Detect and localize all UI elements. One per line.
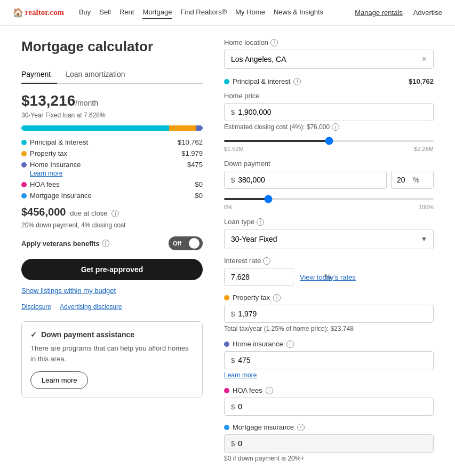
hoa-input[interactable] (238, 402, 427, 411)
info-icon-closing[interactable]: i (332, 123, 339, 131)
dot-principal-right (224, 79, 229, 84)
nav-links: Buy Sell Rent Mortgage Find Realtors® My… (79, 6, 355, 19)
down-payment-pct-input[interactable] (397, 176, 412, 184)
home-price-slider[interactable] (224, 140, 434, 142)
dp-slider-labels: 0% 100% (224, 204, 434, 210)
dot-mortgage-ins (21, 193, 27, 199)
veterans-row: Apply veterans benefits i Off (21, 236, 203, 250)
navigation: 🏠 realtor.com Buy Sell Rent Mortgage Fin… (0, 0, 455, 26)
insurance-prefix: $ (231, 356, 235, 364)
logo-house-icon: 🏠 (13, 7, 23, 18)
breakdown-insurance: Home Insurance $475 (21, 161, 203, 169)
info-icon-mortgage-ins[interactable]: i (297, 424, 305, 431)
breakdown-hoa: HOA fees $0 (21, 180, 203, 188)
nav-advertise[interactable]: Advertise (413, 9, 442, 17)
mortgage-ins-prefix: $ (231, 440, 235, 448)
dot-principal (21, 140, 27, 145)
down-payment-amount-wrapper[interactable]: $ (224, 171, 387, 189)
property-tax-input[interactable] (238, 310, 427, 318)
info-icon-veterans[interactable]: i (102, 240, 109, 247)
mortgage-insurance-note: $0 if down payment is 20%+ (224, 455, 434, 462)
home-location-section: Home location i × (224, 38, 434, 69)
nav-sell[interactable]: Sell (99, 6, 111, 19)
nav-news[interactable]: News & Insights (274, 6, 323, 19)
veterans-label: Apply veterans benefits (21, 240, 100, 248)
loan-type-select[interactable]: 30-Year Fixed 15-Year Fixed 5/1 ARM 7/1 … (224, 229, 434, 249)
principal-interest-value: $10,762 (409, 77, 434, 85)
hoa-section: HOA fees i $ (224, 386, 434, 416)
right-panel: Home location i × Principal & interest i… (224, 38, 434, 466)
home-insurance-learn-more-link[interactable]: Learn more (224, 371, 434, 379)
home-insurance-input-wrapper[interactable]: $ (224, 351, 434, 369)
learn-more-link[interactable]: Learn more (30, 170, 203, 177)
home-location-input-wrapper[interactable]: × (224, 50, 434, 69)
hoa-label: HOA fees (233, 386, 262, 394)
mortgage-insurance-input-wrapper[interactable]: $ (224, 434, 434, 453)
veterans-toggle[interactable]: Off (169, 236, 203, 250)
toggle-knob (189, 238, 199, 249)
home-price-input[interactable] (238, 108, 427, 116)
per-month-label: /month (75, 99, 98, 107)
info-icon-rate[interactable]: i (263, 257, 270, 265)
tab-payment[interactable]: Payment (21, 66, 57, 84)
mortgage-insurance-label: Mortgage insurance (233, 423, 294, 431)
breakdown-insurance-label: Home Insurance (21, 161, 81, 169)
nav-rent[interactable]: Rent (119, 6, 134, 19)
down-payment-inputs: $ % (224, 171, 434, 189)
dp-slider-container (224, 193, 434, 202)
nav-my-home[interactable]: My Home (235, 6, 265, 19)
info-icon-due[interactable]: i (111, 210, 119, 217)
dpa-learn-more-button[interactable]: Learn more (30, 371, 88, 389)
nav-mortgage[interactable]: Mortgage (142, 6, 172, 19)
breakdown-principal: Principal & Interest $10,762 (21, 138, 203, 146)
hoa-input-wrapper[interactable]: $ (224, 398, 434, 416)
home-price-prefix: $ (231, 108, 235, 116)
down-payment-pct-wrapper[interactable]: % (391, 171, 434, 189)
toggle-text: Off (173, 240, 181, 247)
mortgage-insurance-input[interactable] (238, 439, 427, 448)
breakdown-mortgage-ins: Mortgage Insurance $0 (21, 192, 203, 200)
dp-slider[interactable] (224, 198, 434, 200)
due-close-section: $456,000 due at close i (21, 206, 203, 218)
dot-insurance-right (224, 342, 229, 347)
main-layout: Mortgage calculator Payment Loan amortiz… (0, 26, 455, 476)
dot-tax (21, 151, 27, 156)
dot-tax-right (224, 295, 229, 300)
show-listings-link[interactable]: Show listings within my budget (21, 287, 203, 295)
dpa-card: ✓ Down payment assistance There are prog… (21, 321, 203, 398)
info-icon-hoa[interactable]: i (266, 387, 273, 394)
logo[interactable]: 🏠 realtor.com (13, 7, 64, 18)
home-price-input-wrapper[interactable]: $ (224, 103, 434, 121)
breakdown-mortgage-ins-label: Mortgage Insurance (21, 192, 92, 200)
info-icon-loan[interactable]: i (257, 218, 264, 226)
tab-loan-amortization[interactable]: Loan amortization (66, 66, 131, 83)
nav-right-links: Manage rentals Advertise (355, 9, 442, 17)
principal-interest-row: Principal & interest i $10,762 (224, 77, 434, 85)
property-tax-input-wrapper[interactable]: $ (224, 305, 434, 323)
info-icon-location[interactable]: i (270, 39, 278, 46)
nav-find-realtors[interactable]: Find Realtors® (180, 6, 227, 19)
nav-manage-rentals[interactable]: Manage rentals (355, 9, 403, 17)
info-icon-tax[interactable]: i (273, 294, 281, 302)
nav-buy[interactable]: Buy (79, 6, 91, 19)
progress-bar (21, 125, 203, 131)
view-rates-link[interactable]: View today's rates (300, 273, 356, 281)
monthly-payment-display: $13,216/month (21, 92, 203, 109)
info-icon-principal[interactable]: i (293, 78, 301, 85)
tabs-container: Payment Loan amortization (21, 66, 203, 84)
loan-type-section: Loan type i 30-Year Fixed 15-Year Fixed … (224, 218, 434, 249)
get-preapproved-button[interactable]: Get pre-approved (21, 259, 203, 280)
interest-rate-input-wrapper[interactable]: % (224, 268, 293, 286)
interest-rate-label: Interest rate (224, 257, 261, 265)
advertising-disclosure-link[interactable]: Advertising disclosure (60, 303, 122, 311)
interest-rate-row: % View today's rates (224, 268, 434, 286)
breakdown-principal-label: Principal & Interest (21, 138, 88, 146)
home-insurance-input[interactable] (238, 356, 427, 364)
clear-location-icon[interactable]: × (422, 54, 427, 64)
closing-cost-note: Estimated closing cost (4%): $76,000 i (224, 123, 434, 131)
home-location-input[interactable] (231, 55, 422, 64)
logo-text: realtor.com (25, 8, 64, 17)
down-payment-input[interactable] (238, 176, 380, 184)
disclosure-link[interactable]: Disclosure (21, 303, 51, 311)
info-icon-insurance[interactable]: i (286, 340, 294, 348)
